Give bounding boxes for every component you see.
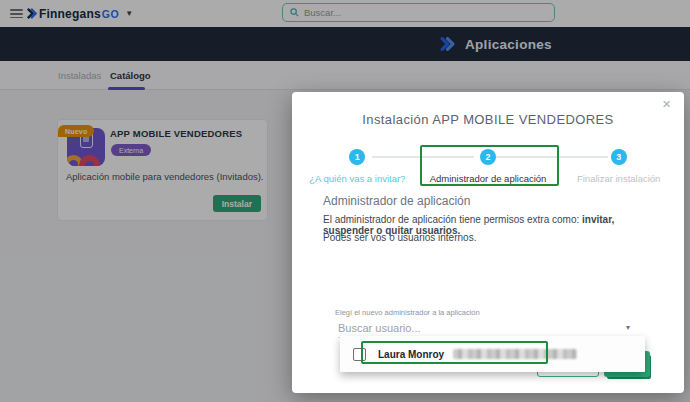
stepper: 1 ¿A quién vas a invitar? 2 Administrado… xyxy=(292,145,684,187)
close-icon[interactable]: × xyxy=(662,96,671,111)
user-option-row[interactable]: Laura Monroy xyxy=(340,336,645,372)
steps-row: 1 ¿A quién vas a invitar? 2 Administrado… xyxy=(292,145,684,184)
user-name: Laura Monroy xyxy=(378,349,444,360)
permissions-text-normal: El administrador de aplicación tiene per… xyxy=(323,214,582,225)
user-email-redacted xyxy=(453,349,577,359)
step-2-label: Administrador de aplicación xyxy=(430,173,547,184)
section-heading: Administrador de aplicación xyxy=(323,194,470,208)
step-3-label: Finalizar instalación xyxy=(577,173,660,184)
step-finish[interactable]: 3 Finalizar instalación xyxy=(553,145,684,184)
installation-modal: × Instalación APP MOBILE VENDEDORES 1 ¿A… xyxy=(292,92,684,393)
user-dropdown-panel: Laura Monroy xyxy=(340,336,645,372)
step-3-circle: 3 xyxy=(611,149,627,165)
select-caret-icon: ▾ xyxy=(626,323,630,332)
step-invite[interactable]: 1 ¿A quién vas a invitar? xyxy=(292,145,423,184)
user-search-select[interactable]: Buscar usuario... ▾ xyxy=(338,318,630,338)
app-screen: Finnegans GO ▼ Aplicaciones Instaladas C… xyxy=(0,0,690,402)
user-checkbox[interactable] xyxy=(353,348,366,361)
step-1-label: ¿A quién vas a invitar? xyxy=(309,173,405,184)
admin-field-label: Elegí el nuevo administrador a la aplica… xyxy=(335,308,480,317)
step-2-circle: 2 xyxy=(480,149,496,165)
modal-title: Instalación APP MOBILE VENDEDORES xyxy=(292,112,684,127)
step-1-circle: 1 xyxy=(349,149,365,165)
step-admin[interactable]: 2 Administrador de aplicación xyxy=(423,145,554,184)
note-text: Podés ser vos o usuarios internos. xyxy=(323,232,663,243)
user-select-placeholder: Buscar usuario... xyxy=(338,322,421,334)
